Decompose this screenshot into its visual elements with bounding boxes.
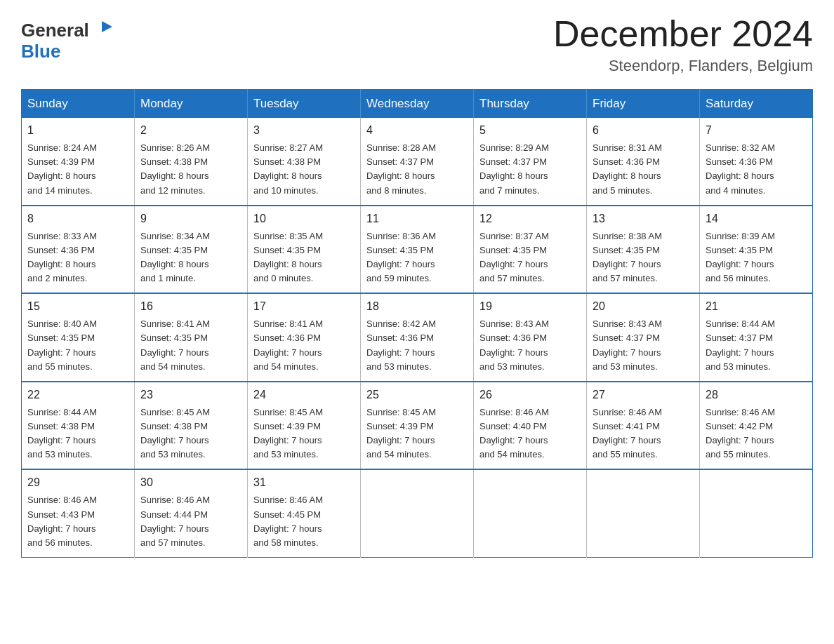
day-info: Sunrise: 8:33 AMSunset: 4:36 PMDaylight:…: [27, 229, 128, 286]
calendar-week-5: 29Sunrise: 8:46 AMSunset: 4:43 PMDayligh…: [22, 469, 813, 557]
calendar-cell: 13Sunrise: 8:38 AMSunset: 4:35 PMDayligh…: [587, 206, 700, 294]
day-number: 10: [253, 210, 355, 227]
calendar-cell: 10Sunrise: 8:35 AMSunset: 4:35 PMDayligh…: [248, 206, 361, 294]
calendar-cell: 14Sunrise: 8:39 AMSunset: 4:35 PMDayligh…: [700, 206, 813, 294]
day-info: Sunrise: 8:43 AMSunset: 4:37 PMDaylight:…: [593, 317, 694, 374]
day-number: 7: [706, 122, 807, 139]
calendar-cell: 29Sunrise: 8:46 AMSunset: 4:43 PMDayligh…: [22, 469, 135, 557]
calendar-cell: 24Sunrise: 8:45 AMSunset: 4:39 PMDayligh…: [248, 382, 361, 470]
calendar-cell: 18Sunrise: 8:42 AMSunset: 4:36 PMDayligh…: [361, 293, 474, 382]
day-info: Sunrise: 8:45 AMSunset: 4:39 PMDaylight:…: [253, 405, 355, 462]
day-number: 6: [593, 122, 694, 139]
day-info: Sunrise: 8:31 AMSunset: 4:36 PMDaylight:…: [593, 141, 694, 198]
day-info: Sunrise: 8:29 AMSunset: 4:37 PMDaylight:…: [479, 141, 581, 198]
calendar-cell: 22Sunrise: 8:44 AMSunset: 4:38 PMDayligh…: [22, 382, 135, 470]
day-info: Sunrise: 8:44 AMSunset: 4:37 PMDaylight:…: [706, 317, 807, 374]
day-info: Sunrise: 8:40 AMSunset: 4:35 PMDaylight:…: [27, 317, 128, 374]
column-header-wednesday: Wednesday: [361, 90, 474, 119]
calendar-header-row: SundayMondayTuesdayWednesdayThursdayFrid…: [22, 90, 813, 119]
calendar-cell: [474, 469, 587, 557]
calendar-cell: 5Sunrise: 8:29 AMSunset: 4:37 PMDaylight…: [474, 118, 587, 206]
day-info: Sunrise: 8:44 AMSunset: 4:38 PMDaylight:…: [27, 405, 128, 462]
day-number: 9: [140, 210, 241, 227]
calendar-table: SundayMondayTuesdayWednesdayThursdayFrid…: [21, 89, 813, 558]
day-number: 1: [27, 122, 128, 139]
day-info: Sunrise: 8:46 AMSunset: 4:43 PMDaylight:…: [27, 493, 128, 550]
calendar-cell: 16Sunrise: 8:41 AMSunset: 4:35 PMDayligh…: [135, 293, 248, 382]
calendar-cell: 9Sunrise: 8:34 AMSunset: 4:35 PMDaylight…: [135, 206, 248, 294]
column-header-monday: Monday: [135, 90, 248, 119]
day-info: Sunrise: 8:27 AMSunset: 4:38 PMDaylight:…: [253, 141, 355, 198]
day-number: 17: [253, 298, 355, 315]
day-number: 14: [706, 210, 807, 227]
day-number: 31: [253, 474, 355, 491]
day-number: 13: [593, 210, 694, 227]
day-number: 12: [479, 210, 581, 227]
day-number: 29: [27, 474, 128, 491]
calendar-cell: [587, 469, 700, 557]
svg-text:General: General: [21, 20, 89, 41]
page-header: General Blue December 2024 Steendorp, Fl…: [21, 14, 813, 75]
column-header-sunday: Sunday: [22, 90, 135, 119]
calendar-cell: 11Sunrise: 8:36 AMSunset: 4:35 PMDayligh…: [361, 206, 474, 294]
day-info: Sunrise: 8:38 AMSunset: 4:35 PMDaylight:…: [593, 229, 694, 286]
calendar-cell: 30Sunrise: 8:46 AMSunset: 4:44 PMDayligh…: [135, 469, 248, 557]
calendar-cell: 23Sunrise: 8:45 AMSunset: 4:38 PMDayligh…: [135, 382, 248, 470]
day-number: 21: [706, 298, 807, 315]
day-number: 11: [366, 210, 468, 227]
day-info: Sunrise: 8:35 AMSunset: 4:35 PMDaylight:…: [253, 229, 355, 286]
calendar-cell: [700, 469, 813, 557]
calendar-cell: 26Sunrise: 8:46 AMSunset: 4:40 PMDayligh…: [474, 382, 587, 470]
day-number: 27: [593, 387, 694, 403]
svg-text:Blue: Blue: [21, 41, 60, 62]
day-number: 5: [479, 122, 581, 139]
day-info: Sunrise: 8:45 AMSunset: 4:39 PMDaylight:…: [366, 405, 468, 462]
calendar-cell: 21Sunrise: 8:44 AMSunset: 4:37 PMDayligh…: [700, 293, 813, 382]
calendar-cell: 1Sunrise: 8:24 AMSunset: 4:39 PMDaylight…: [22, 118, 135, 206]
calendar-cell: 20Sunrise: 8:43 AMSunset: 4:37 PMDayligh…: [587, 293, 700, 382]
day-number: 2: [140, 122, 241, 139]
day-number: 3: [253, 122, 355, 139]
day-number: 23: [140, 387, 241, 403]
calendar-cell: 8Sunrise: 8:33 AMSunset: 4:36 PMDaylight…: [22, 206, 135, 294]
calendar-cell: 6Sunrise: 8:31 AMSunset: 4:36 PMDaylight…: [587, 118, 700, 206]
logo: General Blue: [21, 14, 119, 63]
calendar-week-1: 1Sunrise: 8:24 AMSunset: 4:39 PMDaylight…: [22, 118, 813, 206]
day-number: 8: [27, 210, 128, 227]
day-info: Sunrise: 8:43 AMSunset: 4:36 PMDaylight:…: [479, 317, 581, 374]
day-info: Sunrise: 8:42 AMSunset: 4:36 PMDaylight:…: [366, 317, 468, 374]
day-info: Sunrise: 8:28 AMSunset: 4:37 PMDaylight:…: [366, 141, 468, 198]
day-info: Sunrise: 8:32 AMSunset: 4:36 PMDaylight:…: [706, 141, 807, 198]
day-info: Sunrise: 8:26 AMSunset: 4:38 PMDaylight:…: [140, 141, 241, 198]
day-info: Sunrise: 8:41 AMSunset: 4:36 PMDaylight:…: [253, 317, 355, 374]
calendar-cell: [361, 469, 474, 557]
day-info: Sunrise: 8:24 AMSunset: 4:39 PMDaylight:…: [27, 141, 128, 198]
day-number: 30: [140, 474, 241, 491]
calendar-cell: 19Sunrise: 8:43 AMSunset: 4:36 PMDayligh…: [474, 293, 587, 382]
calendar-cell: 4Sunrise: 8:28 AMSunset: 4:37 PMDaylight…: [361, 118, 474, 206]
calendar-week-3: 15Sunrise: 8:40 AMSunset: 4:35 PMDayligh…: [22, 293, 813, 382]
day-info: Sunrise: 8:45 AMSunset: 4:38 PMDaylight:…: [140, 405, 241, 462]
calendar-week-4: 22Sunrise: 8:44 AMSunset: 4:38 PMDayligh…: [22, 382, 813, 470]
calendar-week-2: 8Sunrise: 8:33 AMSunset: 4:36 PMDaylight…: [22, 206, 813, 294]
calendar-cell: 27Sunrise: 8:46 AMSunset: 4:41 PMDayligh…: [587, 382, 700, 470]
calendar-cell: 31Sunrise: 8:46 AMSunset: 4:45 PMDayligh…: [248, 469, 361, 557]
day-info: Sunrise: 8:34 AMSunset: 4:35 PMDaylight:…: [140, 229, 241, 286]
day-number: 20: [593, 298, 694, 315]
day-number: 26: [479, 387, 581, 403]
day-number: 24: [253, 387, 355, 403]
calendar-cell: 12Sunrise: 8:37 AMSunset: 4:35 PMDayligh…: [474, 206, 587, 294]
calendar-cell: 28Sunrise: 8:46 AMSunset: 4:42 PMDayligh…: [700, 382, 813, 470]
day-info: Sunrise: 8:46 AMSunset: 4:44 PMDaylight:…: [140, 493, 241, 550]
generalblue-logo: General Blue: [21, 14, 119, 63]
day-number: 22: [27, 387, 128, 403]
day-info: Sunrise: 8:41 AMSunset: 4:35 PMDaylight:…: [140, 317, 241, 374]
svg-marker-1: [102, 21, 112, 32]
day-info: Sunrise: 8:37 AMSunset: 4:35 PMDaylight:…: [479, 229, 581, 286]
column-header-friday: Friday: [587, 90, 700, 119]
column-header-tuesday: Tuesday: [248, 90, 361, 119]
column-header-saturday: Saturday: [700, 90, 813, 119]
day-number: 18: [366, 298, 468, 315]
calendar-cell: 3Sunrise: 8:27 AMSunset: 4:38 PMDaylight…: [248, 118, 361, 206]
calendar-cell: 7Sunrise: 8:32 AMSunset: 4:36 PMDaylight…: [700, 118, 813, 206]
